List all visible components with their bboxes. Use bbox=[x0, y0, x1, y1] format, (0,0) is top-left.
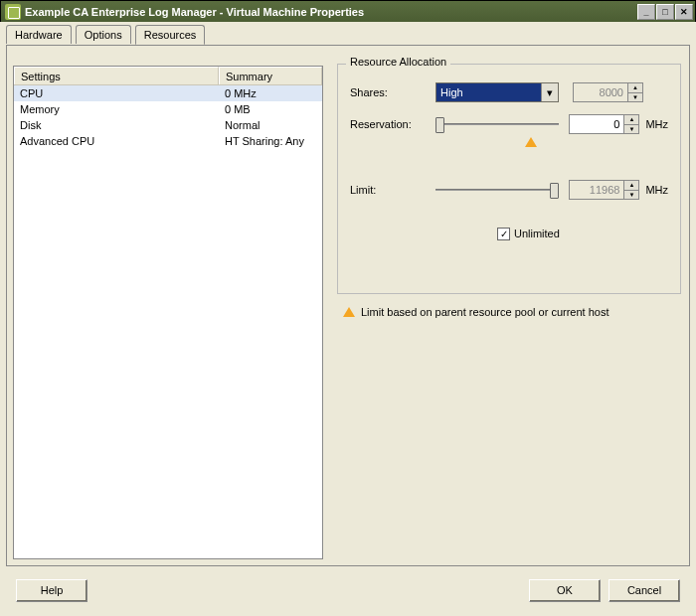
shares-select[interactable]: High ▾ bbox=[435, 82, 559, 102]
reservation-unit: MHz bbox=[645, 118, 668, 130]
col-settings[interactable]: Settings bbox=[14, 67, 219, 84]
row-setting: CPU bbox=[14, 86, 219, 100]
row-setting: Memory bbox=[14, 102, 219, 116]
shares-spinner: ▲▼ bbox=[628, 82, 643, 102]
tabs: Hardware Options Resources bbox=[6, 24, 690, 46]
window-title: Example CA Enterprise Log Manager - Virt… bbox=[25, 6, 636, 18]
row-summary: Normal bbox=[219, 118, 322, 132]
reservation-slider[interactable] bbox=[435, 114, 559, 134]
limit-slider[interactable] bbox=[435, 180, 559, 200]
table-row[interactable]: Disk Normal bbox=[14, 117, 322, 133]
group-title: Resource Allocation bbox=[346, 56, 450, 68]
minimize-button[interactable]: _ bbox=[637, 4, 655, 20]
row-setting: Advanced CPU bbox=[14, 134, 219, 148]
limit-hint: Limit based on parent resource pool or c… bbox=[343, 306, 609, 318]
row-setting: Disk bbox=[14, 118, 219, 132]
shares-label: Shares: bbox=[350, 86, 435, 98]
limit-label: Limit: bbox=[350, 184, 435, 196]
chevron-down-icon[interactable]: ▾ bbox=[541, 83, 558, 101]
reservation-spinner[interactable]: ▲▼ bbox=[624, 114, 639, 134]
ok-button[interactable]: OK bbox=[529, 579, 601, 602]
app-icon bbox=[5, 4, 21, 20]
shares-value: High bbox=[440, 86, 463, 98]
tab-resources[interactable]: Resources bbox=[135, 25, 206, 45]
close-button[interactable]: ✕ bbox=[675, 4, 693, 20]
resource-allocation-group: Resource Allocation Shares: High ▾ ▲▼ Re… bbox=[337, 64, 681, 294]
table-row[interactable]: Advanced CPU HT Sharing: Any bbox=[14, 133, 322, 149]
warning-icon bbox=[525, 137, 537, 149]
table-row[interactable]: CPU 0 MHz bbox=[14, 85, 322, 101]
hint-text: Limit based on parent resource pool or c… bbox=[361, 306, 609, 318]
cancel-button[interactable]: Cancel bbox=[609, 579, 680, 602]
settings-table: Settings Summary CPU 0 MHz Memory 0 MB D… bbox=[13, 66, 323, 559]
shares-number bbox=[573, 82, 628, 102]
unlimited-checkbox[interactable]: ✓ bbox=[497, 228, 510, 240]
row-summary: 0 MHz bbox=[219, 86, 322, 100]
reservation-input[interactable] bbox=[569, 114, 624, 134]
resources-panel: Settings Summary CPU 0 MHz Memory 0 MB D… bbox=[6, 46, 690, 566]
maximize-button[interactable]: □ bbox=[656, 4, 674, 20]
unlimited-label: Unlimited bbox=[514, 228, 560, 239]
tab-options[interactable]: Options bbox=[76, 25, 131, 44]
dialog-buttons: Help OK Cancel bbox=[6, 572, 690, 608]
title-bar: Example CA Enterprise Log Manager - Virt… bbox=[1, 1, 695, 23]
table-row[interactable]: Memory 0 MB bbox=[14, 101, 322, 117]
row-summary: 0 MB bbox=[219, 102, 322, 116]
col-summary[interactable]: Summary bbox=[219, 67, 322, 84]
row-summary: HT Sharing: Any bbox=[219, 134, 322, 148]
tab-hardware[interactable]: Hardware bbox=[6, 25, 72, 44]
help-button[interactable]: Help bbox=[16, 579, 87, 602]
limit-input bbox=[569, 180, 624, 200]
limit-spinner: ▲▼ bbox=[624, 180, 639, 200]
limit-unit: MHz bbox=[645, 184, 668, 196]
warning-icon bbox=[343, 307, 355, 317]
reservation-label: Reservation: bbox=[350, 118, 435, 130]
